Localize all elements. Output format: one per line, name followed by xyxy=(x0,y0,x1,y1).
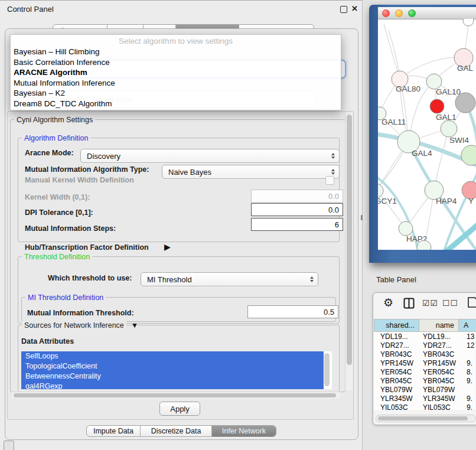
network-node[interactable] xyxy=(455,93,475,113)
table-cell[interactable]: YLR345W xyxy=(374,394,419,403)
table-row[interactable]: YDR27...YDR27...12 xyxy=(374,341,475,350)
table-cell[interactable]: 8. xyxy=(459,368,472,376)
node-label: GAL11 xyxy=(382,118,406,126)
tab-impute-data[interactable]: Impute Data xyxy=(87,426,140,436)
hub-definition-label[interactable]: Hub/Transcription Factor Definition xyxy=(25,243,149,252)
algorithm-option[interactable]: Bayesian – Hill Climbing xyxy=(11,47,341,57)
table-cell[interactable]: YDL19... xyxy=(374,332,419,341)
table-cell[interactable]: YDL19... xyxy=(419,332,459,341)
settings-vertical-scrollbar[interactable] xyxy=(345,113,353,390)
table-row[interactable]: YBR045CYBR045C9. xyxy=(374,376,475,385)
algorithm-dropdown-list: Bayesian – Hill ClimbingBasic Correlatio… xyxy=(11,47,341,109)
data-attribute-item[interactable]: gal4RGexp xyxy=(21,381,324,389)
settings-horizontal-scrollbar[interactable] xyxy=(12,392,340,399)
network-node[interactable] xyxy=(461,145,476,165)
columns-icon[interactable] xyxy=(403,298,415,309)
kernel-width-field[interactable]: 0.0 xyxy=(251,190,343,203)
deselect-all-icon[interactable]: ☐☐ xyxy=(442,298,458,308)
column-header-name[interactable]: name xyxy=(419,319,459,332)
network-edge[interactable] xyxy=(384,24,400,79)
table-cell[interactable]: YIL053C xyxy=(374,403,419,410)
manual-kernel-checkbox[interactable] xyxy=(325,176,334,185)
table-cell[interactable]: YBL079W xyxy=(374,386,419,394)
mi-threshold-field[interactable]: 0.5 xyxy=(247,305,338,318)
table-cell[interactable]: YBR045C xyxy=(374,377,419,385)
algorithm-option[interactable]: Basic Correlation Inference xyxy=(11,57,341,68)
table-row[interactable]: YDL19...YDL19...13 xyxy=(374,332,475,341)
minimize-traffic-light-icon[interactable] xyxy=(395,9,403,17)
data-attribute-item[interactable]: SelfLoops xyxy=(21,351,324,361)
table-cell[interactable]: YBR043C xyxy=(374,350,419,358)
network-node[interactable] xyxy=(463,19,474,26)
cyni-bottom-tabs: Impute Data Discretize Data Infer Networ… xyxy=(86,425,276,437)
algorithm-option[interactable]: Mutual Information Inference xyxy=(11,78,341,89)
table-horizontal-scrollbar[interactable] xyxy=(376,415,476,422)
table-cell[interactable]: 9. xyxy=(459,359,472,367)
expand-right-icon[interactable]: ▶ xyxy=(164,242,171,252)
settings-hscroll-thumb[interactable] xyxy=(14,393,336,397)
table-cell[interactable]: YBR043C xyxy=(419,350,459,358)
data-attributes-list[interactable]: SelfLoopsTopologicalCoefficientBetweenne… xyxy=(21,351,332,389)
manual-kernel-label: Manual Kernel Width Definition xyxy=(25,176,134,184)
aracne-mode-combobox[interactable]: Discovery xyxy=(80,149,340,163)
close-icon[interactable]: ✕ xyxy=(351,4,358,13)
float-window-icon[interactable] xyxy=(340,6,347,13)
network-node[interactable] xyxy=(441,120,457,137)
data-attribute-item[interactable]: TopologicalCoefficient xyxy=(21,361,324,371)
table-cell[interactable]: YDR27... xyxy=(419,341,459,350)
table-cell[interactable]: 9. xyxy=(459,394,472,403)
table-hscroll-thumb[interactable] xyxy=(378,416,468,420)
mi-type-label: Mutual Information Algorithm Type: xyxy=(25,165,149,174)
dpi-tolerance-field[interactable]: 0.0 xyxy=(251,203,343,216)
select-all-icon[interactable]: ☑☑ xyxy=(422,298,438,308)
table-cell[interactable]: YBL079W xyxy=(419,386,459,394)
close-traffic-light-icon[interactable] xyxy=(382,9,390,17)
mi-steps-field[interactable]: 6 xyxy=(251,218,343,231)
tab-infer-network[interactable]: Infer Network xyxy=(211,426,276,436)
network-node[interactable] xyxy=(378,184,383,198)
table-cell[interactable]: YIL053C xyxy=(419,403,459,410)
table-cell[interactable]: 12 xyxy=(459,341,474,350)
table-cell[interactable]: 9. xyxy=(459,377,472,385)
network-canvas[interactable]: GALGAL80GAL10GAL11GAL1SWI4GAL4GCY1HAP4YH… xyxy=(378,19,476,250)
table-cell[interactable]: YPR145W xyxy=(419,359,459,367)
table-function-icon[interactable] xyxy=(467,296,476,308)
table-cell[interactable]: 9. xyxy=(459,403,472,410)
algorithm-option[interactable]: Dream8 DC_TDC Algorithm xyxy=(11,99,341,109)
table-cell[interactable]: YER054C xyxy=(374,368,419,376)
column-header-clipped[interactable]: A xyxy=(459,319,476,332)
which-threshold-combobox[interactable]: MI Threshold xyxy=(141,272,318,286)
table-cell[interactable]: YER054C xyxy=(419,368,459,376)
algorithm-option[interactable]: Bayesian – K2 xyxy=(11,88,341,99)
tab-discretize-data[interactable]: Discretize Data xyxy=(140,426,211,436)
collapsed-panel-icon[interactable] xyxy=(4,441,14,450)
table-cell[interactable]: YPR145W xyxy=(374,359,419,367)
table-body[interactable]: YDL19...YDL19...13YDR27...YDR27...12YBR0… xyxy=(374,332,475,410)
column-header-shared-name[interactable]: shared... xyxy=(374,319,419,332)
data-attribute-item[interactable]: BetweennessCentrality xyxy=(21,371,324,381)
split-pane-handle[interactable] xyxy=(361,215,363,220)
table-row[interactable]: YBR043CYBR043C xyxy=(374,350,475,358)
table-cell[interactable]: YBR045C xyxy=(419,377,459,385)
apply-button[interactable]: Apply xyxy=(159,402,200,416)
table-row[interactable]: YIL053CYIL053C9. xyxy=(374,403,475,410)
settings-vscroll-thumb[interactable] xyxy=(347,115,352,365)
table-cell[interactable]: YLR345W xyxy=(419,394,459,403)
table-cell[interactable]: 13 xyxy=(459,332,474,341)
table-row[interactable]: YBL079WYBL079W xyxy=(374,385,475,394)
network-window-titlebar[interactable] xyxy=(378,7,476,19)
table-row[interactable]: YER054CYER054C8. xyxy=(374,367,475,376)
table-row[interactable]: YLR345WYLR345W9. xyxy=(374,394,475,403)
table-row[interactable]: YPR145WYPR145W9. xyxy=(374,358,475,367)
mi-threshold-group-title: MI Threshold Definition xyxy=(25,294,106,302)
collapse-down-icon[interactable]: ▼ xyxy=(131,321,138,330)
network-node[interactable] xyxy=(399,221,413,236)
gear-icon[interactable]: ⚙ xyxy=(383,296,393,309)
attributes-list-scrollbar[interactable] xyxy=(324,353,330,386)
zoom-traffic-light-icon[interactable] xyxy=(408,9,416,17)
mi-type-combobox[interactable]: Naive Bayes xyxy=(162,165,340,179)
table-cell[interactable]: YDR27... xyxy=(374,341,419,350)
network-node[interactable] xyxy=(430,99,444,113)
algorithm-option[interactable]: ARACNE Algorithm xyxy=(11,67,341,78)
network-graph: GALGAL80GAL10GAL11GAL1SWI4GAL4GCY1HAP4YH… xyxy=(378,19,476,250)
